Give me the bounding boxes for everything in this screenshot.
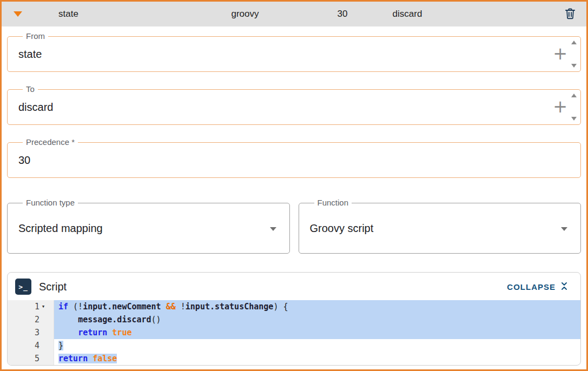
summary-to: discard: [375, 9, 440, 19]
line-number: 2: [8, 313, 54, 326]
script-title: Script: [39, 281, 67, 293]
function-value: Groovy script: [299, 203, 581, 253]
code-editor[interactable]: 1▾if (!input.newComment && !input.status…: [8, 300, 580, 365]
collapse-label: COLLAPSE: [507, 282, 556, 292]
summary-precedence: 30: [310, 9, 375, 19]
to-field[interactable]: To discard +: [7, 89, 581, 125]
line-number: 4: [8, 339, 54, 352]
function-type-label: Function type: [23, 198, 78, 208]
line-number: 3: [8, 326, 54, 339]
from-field-value[interactable]: state: [8, 37, 580, 71]
mapping-editor-panel: state groovy 30 discard From state + To: [0, 0, 588, 371]
function-select[interactable]: Function Groovy script: [299, 203, 582, 254]
terminal-icon: >_: [15, 279, 31, 295]
code-line[interactable]: 2 message.discard(): [8, 313, 580, 326]
expand-toggle[interactable]: [2, 11, 34, 17]
scroll-up-icon[interactable]: [571, 94, 577, 97]
caret-down-icon: [14, 11, 22, 17]
unfold-less-icon: [560, 282, 569, 292]
precedence-field[interactable]: Precedence * 30: [7, 142, 581, 178]
to-field-value[interactable]: discard: [8, 90, 580, 124]
function-label: Function: [314, 198, 352, 208]
summary-from: state: [34, 9, 180, 19]
add-from-button[interactable]: +: [553, 45, 567, 62]
code-line[interactable]: 3 return true: [8, 326, 580, 339]
scroll-down-icon[interactable]: [571, 117, 577, 121]
function-type-value: Scripted mapping: [8, 203, 289, 253]
code-line[interactable]: 4}: [8, 339, 580, 352]
collapse-button[interactable]: COLLAPSE: [504, 281, 572, 293]
summary-language: groovy: [180, 9, 310, 19]
from-field-label: From: [23, 31, 48, 41]
line-number: 5: [8, 352, 54, 365]
dropdown-arrow-icon: [561, 227, 567, 231]
fold-arrow-icon[interactable]: ▾: [39, 300, 47, 313]
script-section: >_ Script COLLAPSE 1▾if (!input.newComme…: [7, 272, 581, 366]
mapping-summary-row[interactable]: state groovy 30 discard: [2, 2, 586, 27]
code-line[interactable]: 5return false: [8, 352, 580, 365]
to-field-label: To: [23, 84, 38, 94]
function-type-select[interactable]: Function type Scripted mapping: [7, 203, 290, 254]
function-select-row: Function type Scripted mapping Function …: [7, 203, 581, 254]
add-to-button[interactable]: +: [553, 98, 567, 115]
dropdown-arrow-icon: [270, 227, 276, 231]
line-number: 1▾: [8, 300, 54, 313]
from-field[interactable]: From state +: [7, 36, 581, 72]
delete-button[interactable]: [554, 2, 586, 27]
code-line[interactable]: 1▾if (!input.newComment && !input.status…: [8, 300, 580, 313]
precedence-field-label: Precedence *: [23, 137, 78, 147]
precedence-field-value[interactable]: 30: [8, 143, 580, 177]
trash-icon: [563, 6, 577, 22]
scroll-up-icon[interactable]: [571, 41, 577, 44]
scroll-down-icon[interactable]: [571, 64, 577, 68]
script-header: >_ Script COLLAPSE: [8, 273, 580, 300]
